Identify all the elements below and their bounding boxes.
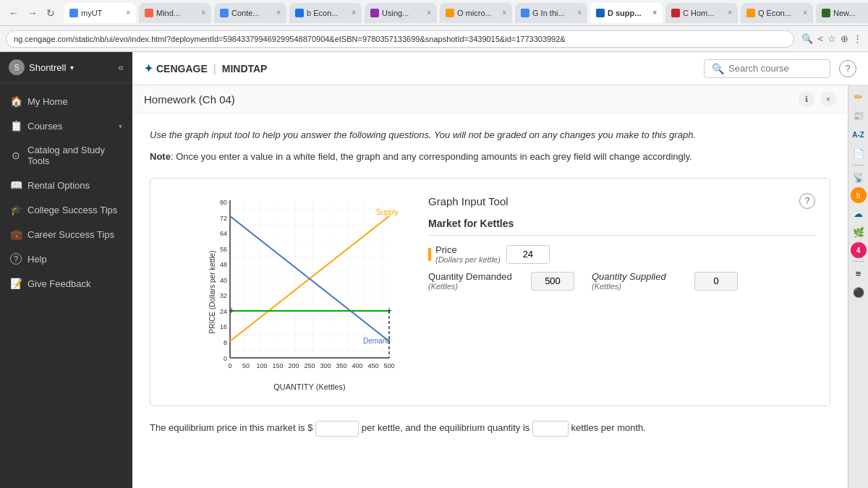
sidebar-item-rental[interactable]: 📖 Rental Options	[0, 173, 132, 197]
fourth-icon[interactable]: 4	[851, 242, 867, 258]
search-icon[interactable]: 🔍	[801, 33, 813, 44]
bookmark-icon[interactable]: ☆	[827, 33, 836, 44]
tab-close-icon[interactable]: ×	[427, 9, 431, 17]
qty-supplied-input[interactable]	[694, 272, 738, 291]
chart-svg: 0 8 16 24 32 40 48 56 64 72	[208, 193, 400, 381]
list-icon[interactable]: ≡	[850, 265, 867, 282]
tab-label: New...	[833, 9, 868, 17]
courses-icon: 📋	[10, 120, 22, 132]
svg-text:40: 40	[220, 277, 227, 284]
price-row: Price (Dollars per kettle)	[428, 244, 815, 264]
sidebar-item-career-success[interactable]: 💼 Career Success Tips	[0, 222, 132, 247]
address-bar[interactable]: ng.cengage.com/static/nb/ui/evo/index.ht…	[6, 30, 794, 48]
pin-icon[interactable]: ⊕	[841, 33, 848, 44]
homework-header: Homework (Ch 04) ℹ ×	[132, 85, 848, 114]
sidebar-item-label: Rental Options	[27, 180, 122, 191]
homework-actions: ℹ ×	[799, 91, 836, 107]
qty-supplied-label-group: Quantity Supplied (Kettles)	[592, 271, 686, 291]
equilibrium-qty-input[interactable]	[532, 421, 569, 437]
tab-close-icon[interactable]: ×	[728, 9, 732, 17]
market-title: Market for Kettles	[428, 218, 815, 236]
qty-demanded-input[interactable]	[531, 272, 574, 291]
az-icon[interactable]: A-Z	[850, 126, 867, 143]
notebook-icon[interactable]: 📄	[850, 145, 867, 162]
tab-close-icon[interactable]: ×	[201, 9, 205, 17]
sidebar-item-college-success[interactable]: 🎓 College Success Tips	[0, 197, 132, 222]
close-button[interactable]: ×	[820, 91, 836, 107]
right-toolbar: ✏ 📰 A-Z 📄 📡 b ☁ 🌿 4 ≡ ⚫	[848, 85, 868, 488]
tab-close-icon[interactable]: ×	[577, 9, 582, 17]
sidebar-item-courses[interactable]: 📋 Courses ▾	[0, 114, 132, 138]
svg-text:48: 48	[220, 261, 227, 268]
tab-using[interactable]: Using... ×	[365, 3, 437, 23]
svg-text:50: 50	[242, 362, 250, 369]
svg-text:16: 16	[220, 323, 227, 330]
tab-label: Conte...	[231, 9, 273, 17]
drive-icon[interactable]: 🌿	[850, 223, 867, 241]
tab-close-icon[interactable]: ×	[126, 9, 130, 17]
qty-demanded-label: Quantity Demanded	[428, 271, 522, 282]
tab-supp-active[interactable]: D supp... ×	[590, 3, 663, 23]
sidebar-item-label: Catalog and Study Tools	[27, 145, 122, 166]
tab-favicon	[370, 9, 379, 17]
graph-section: PRICE (Dollars per kettle)	[150, 178, 830, 406]
tab-econ[interactable]: b Econ... ×	[289, 3, 362, 23]
refresh-button[interactable]: ↻	[43, 6, 58, 20]
sidebar-collapse-icon[interactable]: «	[118, 61, 124, 73]
menu-icon[interactable]: ⋮	[853, 33, 862, 44]
back-button[interactable]: ←	[6, 6, 22, 20]
info-button[interactable]: ℹ	[799, 91, 814, 107]
tab-label: Using...	[382, 9, 424, 17]
logo-divider: |	[213, 63, 216, 74]
sidebar-item-myhome[interactable]: 🏠 My Home	[0, 89, 132, 114]
sidebar-user: S Shontrell ▾	[9, 59, 74, 75]
tab-close-icon[interactable]: ×	[276, 9, 281, 17]
tab-econ2[interactable]: Q Econ... ×	[741, 3, 813, 23]
search-icon: 🔍	[712, 63, 724, 74]
pencil-icon[interactable]: ✏	[850, 88, 867, 106]
search-input[interactable]	[728, 63, 822, 74]
tab-close-icon[interactable]: ×	[803, 9, 807, 17]
price-sublabel: (Dollars per kettle)	[435, 255, 501, 264]
tab-favicon	[596, 9, 605, 17]
demand-label: Demand	[363, 337, 391, 345]
toolbar-divider	[852, 165, 865, 166]
sidebar-item-catalog[interactable]: ⊙ Catalog and Study Tools	[0, 138, 132, 173]
home-icon: 🏠	[10, 95, 22, 107]
tab-favicon	[295, 9, 304, 17]
sidebar-item-label: Help	[27, 254, 122, 265]
tab-close-icon[interactable]: ×	[652, 9, 657, 17]
sidebar-header: S Shontrell ▾ «	[0, 52, 132, 83]
tab-home[interactable]: C Hom... ×	[665, 3, 738, 23]
help-button[interactable]: ?	[839, 60, 856, 77]
tab-inthis[interactable]: G In thi... ×	[515, 3, 587, 23]
circle-icon[interactable]: ⚫	[850, 283, 867, 301]
svg-text:100: 100	[256, 362, 267, 369]
instruction-text: Use the graph input tool to help you ans…	[150, 128, 830, 142]
sidebar-item-label: Give Feedback	[27, 278, 122, 289]
wifi-icon[interactable]: 📡	[850, 168, 867, 186]
tab-myut[interactable]: myUT ×	[64, 3, 136, 23]
price-input[interactable]	[506, 245, 550, 264]
sidebar: S Shontrell ▾ « 🏠 My Home 📋 Courses ▾ ⊙ …	[0, 52, 132, 488]
forward-button[interactable]: →	[25, 6, 41, 20]
equilibrium-price-input[interactable]	[315, 421, 359, 437]
tab-close-icon[interactable]: ×	[352, 9, 356, 17]
tab-new[interactable]: New... ×	[816, 3, 868, 23]
tab-label: b Econ...	[307, 9, 349, 17]
tab-mindt[interactable]: Mind... ×	[139, 3, 211, 23]
cloud-icon[interactable]: ☁	[850, 205, 867, 222]
svg-text:0: 0	[228, 362, 231, 369]
qty-demanded-label-group: Quantity Demanded (Kettles)	[428, 271, 522, 291]
question-text: The equilibrium price in this market is …	[150, 421, 830, 437]
bongo-icon[interactable]: b	[851, 187, 867, 203]
chevron-down-icon[interactable]: ▾	[70, 64, 74, 72]
git-help-button[interactable]: ?	[799, 193, 815, 209]
rss-icon[interactable]: 📰	[850, 107, 867, 124]
tab-micro[interactable]: O micro... ×	[440, 3, 512, 23]
share-icon[interactable]: <	[817, 33, 823, 44]
sidebar-item-feedback[interactable]: 📝 Give Feedback	[0, 271, 132, 296]
sidebar-item-help[interactable]: ? Help	[0, 247, 132, 271]
tab-conte[interactable]: Conte... ×	[214, 3, 286, 23]
tab-close-icon[interactable]: ×	[502, 9, 506, 17]
